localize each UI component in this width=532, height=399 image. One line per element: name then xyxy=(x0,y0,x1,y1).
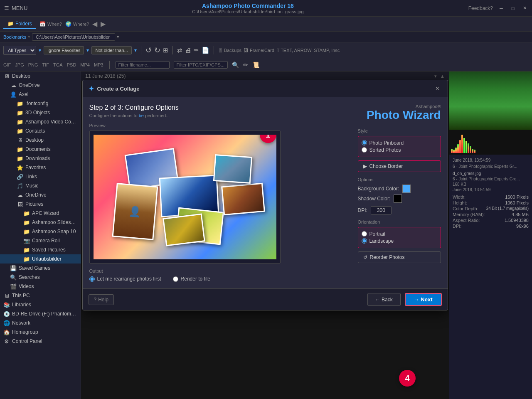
sidebar-item-onedrive1[interactable]: ☁ OneDrive xyxy=(0,81,81,90)
sidebar-item-ashvideo[interactable]: 📁 Ashampoo Video Conv... xyxy=(0,117,81,126)
dpi-row-info: DPI: 96x96 xyxy=(453,224,529,229)
libraries-icon: 📚 xyxy=(3,301,10,308)
sidebar-item-docs[interactable]: 📁 Documents xyxy=(0,145,81,154)
sidebar-item-axel[interactable]: 👤 Axel xyxy=(0,90,81,99)
sidebar-item-searches[interactable]: 🔍 Searches xyxy=(0,273,81,282)
sidebar-item-saved-pictures[interactable]: 📁 Saved Pictures xyxy=(0,245,81,254)
iptc-filter-input[interactable] xyxy=(174,61,228,69)
sidebar-item-thispc[interactable]: 🖥 This PC xyxy=(0,291,81,300)
folder-apc-icon: 📁 xyxy=(23,210,30,217)
help-button[interactable]: ? Help xyxy=(89,294,114,305)
print-icon[interactable]: 🖨 xyxy=(185,47,191,54)
sidebar-item-desktop2[interactable]: 🖥 Desktop xyxy=(0,135,81,145)
share-icon[interactable]: ⇄ xyxy=(177,47,182,54)
path-dropdown[interactable]: ▾ xyxy=(117,34,119,39)
bookmarks-label[interactable]: Bookmarks xyxy=(3,34,26,39)
rearrange-option[interactable]: Let me rearrange photos first xyxy=(89,276,161,282)
hist-bar xyxy=(453,150,455,153)
sidebar-item-links[interactable]: 🔗 Links xyxy=(0,172,81,181)
sidebar-item-apcwiz[interactable]: 📁 APC Wizard xyxy=(0,209,81,218)
app-header: ☰ MENU Ashampoo Photo Commander 16 C:\Us… xyxy=(0,0,532,17)
edit2-icon[interactable]: ✏ xyxy=(243,62,248,68)
portrait-option[interactable]: Portrait xyxy=(362,231,437,237)
sidebar-item-videos[interactable]: 🎬 Videos xyxy=(0,282,81,291)
sidebar-item-controlpanel[interactable]: ⚙ Control Panel xyxy=(0,337,81,346)
back-button[interactable]: ← Back xyxy=(367,293,401,306)
tif-filter[interactable]: TIF xyxy=(42,62,49,67)
minimize-button[interactable]: ─ xyxy=(498,5,505,12)
not-older-btn[interactable]: Not older than... xyxy=(91,46,131,54)
filename-filter-input[interactable] xyxy=(116,61,170,69)
shadow-color-swatch[interactable] xyxy=(394,195,402,203)
close-button[interactable]: ✕ xyxy=(521,5,528,12)
dialog-close-button[interactable]: × xyxy=(433,84,442,93)
render-radio[interactable] xyxy=(173,276,178,282)
sidebar-item-downloads[interactable]: 📁 Downloads xyxy=(0,154,81,163)
sidebar-item-fontconfig[interactable]: 📁 .fontconfig xyxy=(0,99,81,108)
mp4-filter[interactable]: MP4 xyxy=(80,62,90,67)
edit-icon[interactable]: ✏ xyxy=(194,47,199,54)
backups-btn[interactable]: 🗄 Backups xyxy=(218,48,241,53)
sidebar-item-ashsnap[interactable]: 📁 Ashampoo Snap 10 xyxy=(0,227,81,236)
reorder-photos-button[interactable]: ↺ Reorder Photos xyxy=(358,251,441,263)
frame-card-btn[interactable]: 🖼 Frame/Card xyxy=(244,48,274,53)
docs-icon: 📁 xyxy=(17,146,23,153)
sorted-photos-radio[interactable] xyxy=(362,147,367,153)
feedback-link[interactable]: Feedback? xyxy=(468,5,493,11)
choose-border-button[interactable]: ▶ Choose Border xyxy=(358,160,441,172)
text-arrow-btn[interactable]: T TEXT, ARROW, STAMP, Insc xyxy=(277,48,340,53)
ignore-favorites-btn[interactable]: Ignore Favorites xyxy=(44,46,84,54)
sidebar-item-music[interactable]: 🎵 Music xyxy=(0,181,81,190)
render-option[interactable]: Render to file xyxy=(173,276,210,282)
landscape-option[interactable]: Landscape xyxy=(362,238,437,244)
undo-icon[interactable]: ↺ xyxy=(145,46,152,55)
reorder-icon: ↺ xyxy=(363,254,367,260)
redo-icon[interactable]: ↻ xyxy=(154,46,160,55)
path-input[interactable] xyxy=(32,33,115,41)
photo-pinboard-option[interactable]: Photo Pinboard xyxy=(362,140,437,146)
jpg-filter[interactable]: JPG xyxy=(15,62,24,67)
hist-bar xyxy=(451,149,453,153)
sidebar-item-pictures[interactable]: 🖼 Pictures xyxy=(0,200,81,209)
file-type-select[interactable]: All Types xyxy=(3,46,36,55)
sidebar-item-bdre[interactable]: 💿 BD-RE Drive (F:) Phantom D... xyxy=(0,309,81,318)
photo-pinboard-radio[interactable] xyxy=(362,140,367,145)
sidebar-item-homegroup[interactable]: 🏠 Homegroup xyxy=(0,328,81,337)
sidebar-item-desktop[interactable]: 🖥 Desktop xyxy=(0,71,81,81)
maximize-button[interactable]: □ xyxy=(510,5,516,12)
sidebar-item-network[interactable]: 🌐 Network xyxy=(0,318,81,328)
nav-arrow-left[interactable]: ◀ xyxy=(92,20,97,28)
doc-icon[interactable]: 📜 xyxy=(252,62,259,68)
browse-icon[interactable]: ⊞ xyxy=(163,47,168,54)
sidebar-item-libraries[interactable]: 📚 Libraries xyxy=(0,300,81,309)
next-button[interactable]: → Next xyxy=(405,293,442,306)
portrait-radio[interactable] xyxy=(362,231,367,236)
landscape-radio[interactable] xyxy=(362,238,367,244)
mp3-filter[interactable]: MP3 xyxy=(94,62,103,67)
sidebar-item-savedgames[interactable]: 💾 Saved Games xyxy=(0,264,81,273)
sorted-photos-option[interactable]: Sorted Photos xyxy=(362,147,437,153)
sidebar-item-onedrive2[interactable]: ☁ OneDrive xyxy=(0,190,81,200)
sidebar-item-ashslide[interactable]: 📁 Ashampoo Slidesho... xyxy=(0,218,81,227)
filter-icon[interactable]: 🔍 xyxy=(232,62,239,68)
rearrange-radio[interactable] xyxy=(89,276,95,282)
gif-filter[interactable]: GIF xyxy=(3,62,11,67)
desktop-icon: 🖥 xyxy=(3,73,10,79)
sidebar-item-favorites[interactable]: ⭐ Favorites xyxy=(0,163,81,172)
png-filter[interactable]: PNG xyxy=(28,62,38,67)
sidebar-item-camera[interactable]: 📷 Camera Roll xyxy=(0,236,81,245)
dpi-input[interactable] xyxy=(371,206,392,214)
bg-color-swatch[interactable] xyxy=(402,185,411,193)
sidebar-item-contacts[interactable]: 📁 Contacts xyxy=(0,126,81,135)
tab-folders[interactable]: 📁 Folders xyxy=(3,19,36,29)
nav-arrow-right[interactable]: ▶ xyxy=(101,20,106,28)
pdf-icon[interactable]: 📄 xyxy=(202,47,209,54)
hist-bar-green2 xyxy=(466,141,467,153)
urlaubsbilder-icon: 📁 xyxy=(23,256,30,262)
sidebar-item-3d[interactable]: 📁 3D Objects xyxy=(0,108,81,117)
psd-filter[interactable]: PSD xyxy=(67,62,76,67)
sidebar-item-urlaubsbilder[interactable]: 📁 Urlaubsbilder xyxy=(0,254,81,264)
bg-color-row: Background Color: xyxy=(358,185,441,193)
tga-filter[interactable]: TGA xyxy=(53,62,63,67)
menu-button[interactable]: ☰ MENU xyxy=(4,5,27,11)
